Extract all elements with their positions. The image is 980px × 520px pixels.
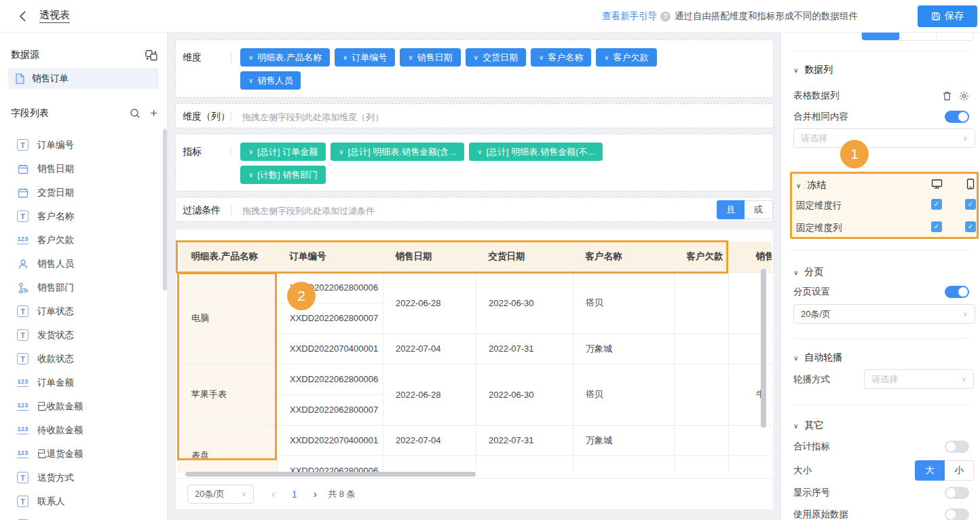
cell-order: XXDD2022062800006 (278, 456, 383, 472)
tab-segment[interactable] (936, 33, 973, 40)
metric-chip[interactable]: ∨[计数] 销售部门 (240, 166, 326, 184)
dimension-drop-zone[interactable]: 维度 ∨明细表.产品名称 ∨订单编号 ∨销售日期 ∨交货日期 ∨客户名称 ∨客户… (175, 39, 774, 98)
table-row: 电脑 XXDD2022062800006 2022-06-28 2022-06-… (179, 272, 772, 303)
section-carousel[interactable]: ∨ 自动轮播 (793, 352, 842, 364)
field-label: 销售人员 (37, 258, 74, 270)
guide-link[interactable]: 查看新手引导 (602, 10, 657, 22)
metric-chip[interactable]: ∨[总计] 明细表.销售金额(不... (469, 143, 603, 161)
add-field-icon[interactable]: + (150, 107, 157, 119)
metric-chip[interactable]: ∨[总计] 订单金额 (240, 143, 326, 161)
gear-icon[interactable] (959, 91, 969, 101)
field-item-delivery-date[interactable]: 交货日期 (0, 181, 168, 204)
tab-segment-active[interactable] (862, 33, 899, 40)
field-item-contact[interactable]: T联系人 (0, 489, 168, 513)
table-horizontal-scrollbar[interactable] (185, 472, 476, 477)
fix-dim-col-mobile-checkbox[interactable]: ✓ (965, 221, 976, 232)
and-button[interactable]: 且 (717, 200, 745, 219)
dimension-chip[interactable]: ∨交货日期 (466, 48, 526, 67)
fix-dim-row-mobile-checkbox[interactable]: ✓ (965, 199, 976, 210)
show-index-toggle[interactable] (945, 487, 969, 499)
field-item-order-number[interactable]: T订单编号 (0, 133, 168, 157)
field-item-customer-name[interactable]: T客户名称 (0, 204, 168, 228)
prev-page-button[interactable]: ‹ (271, 487, 276, 501)
fix-dim-col-desktop-checkbox[interactable]: ✓ (931, 221, 942, 232)
field-item-received-amount[interactable]: 123已收款金额 (0, 394, 168, 418)
toggle-knob (946, 488, 956, 498)
field-item-ship-status[interactable]: T发货状态 (0, 323, 168, 347)
tab-segment[interactable] (899, 33, 937, 40)
field-item-salesperson[interactable]: 销售人员 (0, 252, 168, 276)
dimension-column-drop-zone[interactable]: 维度（列） 拖拽左侧字段到此处添加维度（列） (175, 103, 774, 128)
switch-datasource-icon[interactable] (145, 50, 157, 61)
dimension-chip[interactable]: ∨客户欠款 (596, 48, 656, 67)
cell-debt (675, 272, 729, 333)
pagination-setting-toggle[interactable] (945, 286, 969, 298)
filter-drop-zone[interactable]: 过滤条件 拖拽左侧字段到此处添加过滤条件 且 或 (175, 197, 774, 222)
total-metric-toggle[interactable] (945, 441, 969, 453)
merge-same-content-toggle[interactable] (945, 111, 969, 123)
raw-data-toggle[interactable] (945, 508, 969, 520)
fix-dimension-col-label: 固定维度列 (796, 222, 842, 234)
raw-data-row: 使用原始数据 (793, 508, 969, 520)
dimension-chip[interactable]: ∨订单编号 (335, 48, 395, 67)
carousel-mode-row: 轮播方式 (793, 369, 830, 390)
size-large-button[interactable]: 大 (915, 460, 945, 481)
field-item-returned-amount[interactable]: 123已退货金额 (0, 442, 168, 466)
separator (231, 111, 231, 122)
chevron-down-icon: ∨ (248, 171, 253, 179)
document-icon (15, 73, 25, 84)
current-page[interactable]: 1 (292, 489, 297, 500)
cell-debt (675, 456, 729, 472)
back-button[interactable] (16, 10, 30, 23)
date-field-icon (17, 187, 29, 198)
sidebar-scrollbar[interactable] (163, 129, 167, 291)
field-item-delivery-method[interactable]: T送货方式 (0, 466, 168, 489)
text-field-icon: T (17, 210, 29, 222)
field-item-sales-dept[interactable]: 销售部门 (0, 276, 168, 299)
field-label: 送货方式 (37, 472, 74, 484)
search-icon[interactable] (130, 108, 140, 119)
chevron-down-icon: ∨ (793, 354, 798, 362)
datasource-item[interactable]: 销售订单 (8, 68, 159, 89)
dimension-chip[interactable]: ∨销售日期 (400, 48, 460, 67)
or-button[interactable]: 或 (745, 200, 773, 219)
section-freeze[interactable]: ∨ 冻结 (796, 179, 826, 191)
field-label: 订单状态 (37, 305, 74, 318)
size-small-button[interactable]: 小 (945, 460, 974, 481)
toggle-knob (958, 112, 968, 122)
view-tabs-partial[interactable] (861, 33, 974, 41)
field-item-pending-amount[interactable]: 123待收款金额 (0, 418, 168, 442)
help-icon[interactable]: ? (660, 12, 671, 22)
metric-chip[interactable]: ∨[总计] 明细表.销售金额(含... (331, 143, 464, 161)
date-field-icon (17, 163, 29, 174)
dimension-chip[interactable]: ∨明细表.产品名称 (240, 48, 330, 67)
fix-dim-row-desktop-checkbox[interactable]: ✓ (931, 199, 942, 210)
cell-order: XXDD2022062800007 (278, 394, 383, 425)
field-item-sale-date[interactable]: 销售日期 (0, 157, 168, 181)
cell-product: 表盘 (179, 425, 278, 472)
field-item-order-status[interactable]: T订单状态 (0, 299, 168, 323)
delete-icon[interactable] (942, 91, 952, 101)
section-data-columns[interactable]: ∨ 数据列 (793, 64, 833, 76)
dimension-chip[interactable]: ∨客户名称 (531, 48, 591, 67)
desktop-icon (931, 179, 943, 189)
field-item-order-amount[interactable]: 123订单金额 (0, 371, 168, 394)
section-pagination[interactable]: ∨ 分页 (793, 266, 823, 278)
dimension-chip[interactable]: ∨销售人员 (240, 71, 301, 90)
field-item-partial[interactable]: T (0, 513, 168, 520)
page-size-select[interactable]: 20条/页 ∨ (187, 485, 254, 504)
carousel-mode-select[interactable]: 请选择 ∨ (864, 369, 974, 389)
next-page-button[interactable]: › (313, 487, 317, 501)
pivot-table: 明细表.产品名称 订单编号 销售日期 交货日期 客户名称 客户欠款 销售人员 电… (178, 242, 772, 472)
panel-page-size-select[interactable]: 20条/页 ∨ (793, 304, 975, 324)
merge-column-select[interactable]: 请选择 ∨ (793, 128, 975, 148)
field-item-customer-debt[interactable]: 123客户欠款 (0, 228, 168, 252)
section-other[interactable]: ∨ 其它 (793, 420, 823, 432)
table-vertical-scrollbar[interactable] (761, 269, 766, 428)
page-title[interactable]: 透视表 (39, 9, 70, 23)
cell-delivery-date: 2022-07-31 (476, 425, 573, 456)
save-button[interactable]: 保存 (918, 5, 977, 27)
metric-drop-zone[interactable]: 指标 ∨[总计] 订单金额 ∨[总计] 明细表.销售金额(含... ∨[总计] … (175, 134, 774, 191)
field-item-payment-status[interactable]: T收款状态 (0, 347, 168, 371)
carousel-mode-label: 轮播方式 (793, 373, 830, 386)
